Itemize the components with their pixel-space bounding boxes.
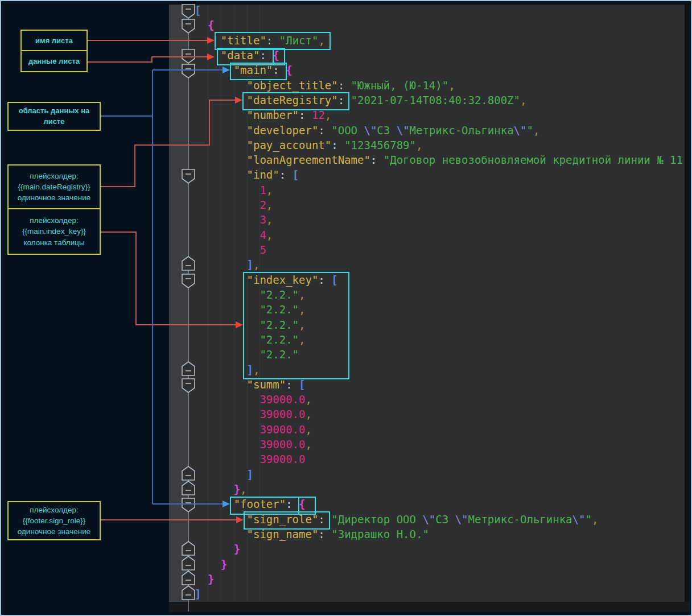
callout-data-area: область данных на листе <box>7 102 101 131</box>
editor-bottom-strip <box>169 602 690 612</box>
highlight-box-signrole <box>244 511 330 530</box>
code-line: "developer": "ООО \"СЗ \"Метрикс-Ольгинк… <box>195 123 683 138</box>
code-line: 5 <box>195 242 683 257</box>
code-line: ] <box>195 467 683 482</box>
fold-gutter <box>169 5 189 602</box>
callout-sheet-data: данные листа <box>20 50 88 72</box>
code-line: [ <box>195 5 683 18</box>
code-line: 3, <box>195 212 683 227</box>
code-line: "ind": [ <box>195 167 683 182</box>
code-line: 4, <box>195 228 683 242</box>
code-line: 39000.0, <box>195 392 683 407</box>
code-line: "pay_account": "123456789", <box>195 138 683 152</box>
code-line: ] <box>195 586 683 601</box>
highlight-box-main <box>230 63 287 80</box>
code-line: } <box>195 541 683 556</box>
callout-placeholder-indexkey: плейсхолдер: {{main.index_key}} колонка … <box>7 208 101 255</box>
highlight-box-dateregistry <box>242 92 349 110</box>
code-line: } <box>195 572 683 586</box>
vertical-scrollbar-track[interactable] <box>685 5 690 602</box>
code-line: "loanAgreementName": "Договор невозобнов… <box>195 152 683 167</box>
code-line: ], <box>195 257 683 272</box>
code-line: }, <box>195 482 683 497</box>
callout-sheet-name: имя листа <box>20 30 88 51</box>
callout-placeholder-dateregistry: плейсхолдер: {{main.dateRegistry}} одино… <box>7 164 101 209</box>
code-line: } <box>195 557 683 572</box>
code-line: 39000.0 <box>195 452 683 466</box>
highlight-box-indexkey <box>243 272 349 379</box>
code-line: 2, <box>195 197 683 212</box>
code-line: 39000.0, <box>195 407 683 421</box>
code-line: 39000.0, <box>195 422 683 437</box>
code-line: 1, <box>195 183 683 197</box>
screenshot-page: [ { "title": "Лист", "data": { "main": {… <box>0 0 692 616</box>
code-line: { <box>195 18 683 32</box>
callout-placeholder-signrole: плейсхолдер: {{footer.sign_role}} одиноч… <box>7 501 101 540</box>
code-line: 39000.0, <box>195 437 683 452</box>
